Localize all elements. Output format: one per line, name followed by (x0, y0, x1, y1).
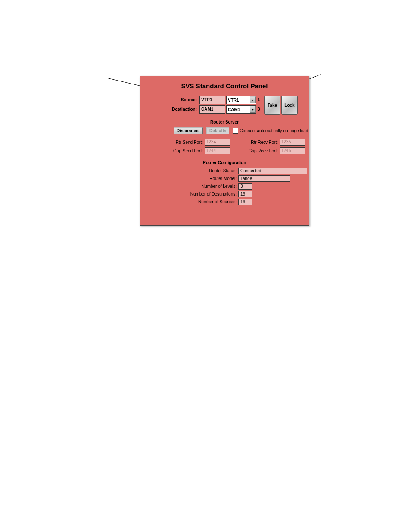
source-number: 1 (257, 96, 263, 104)
destination-number: 3 (257, 105, 263, 114)
destination-input[interactable]: CAM1 (199, 105, 225, 114)
control-panel: SVS Standard Control Panel Source: VTR1 … (140, 76, 309, 226)
grip-recv-label: Grip Recv Port: (248, 149, 280, 153)
router-config-heading: Router Configuration (140, 160, 309, 165)
panel-title: SVS Standard Control Panel (140, 82, 309, 90)
source-select[interactable]: VTR1 ▼ (226, 96, 256, 104)
rtr-send-input[interactable]: 1234 (205, 139, 230, 146)
chevron-down-icon[interactable]: ▼ (250, 106, 256, 113)
router-model-value: Tahoe (238, 175, 290, 182)
rtr-send-label: Rtr Send Port: (173, 140, 205, 145)
num-levels-label: Number of Levels: (182, 183, 238, 190)
router-status-value: Connected (238, 168, 307, 174)
source-label: Source: (169, 96, 199, 104)
num-levels-value: 3 (238, 183, 252, 190)
router-status-label: Router Status: (182, 168, 238, 174)
ports-grid: Rtr Send Port: 1234 Rtr Recv Port: 1235 … (173, 139, 309, 154)
router-model-label: Router Model: (182, 175, 238, 182)
source-dest-grid: Source: VTR1 VTR1 ▼ 1 Take Lock Destinat… (169, 96, 309, 114)
grip-send-label: Grip Send Port: (173, 149, 205, 153)
router-server-controls: Disconnect Defaults Connect automaticall… (174, 127, 309, 134)
rtr-recv-input[interactable]: 1235 (280, 139, 305, 146)
rtr-recv-label: Rtr Recv Port: (248, 140, 280, 145)
num-sources-label: Number of Sources: (182, 199, 238, 205)
num-destinations-label: Number of Destinations: (182, 191, 238, 198)
destination-select-value: CAM1 (227, 107, 250, 112)
source-select-value: VTR1 (227, 98, 250, 103)
router-config-grid: Router Status: Connected Router Model: T… (182, 168, 309, 205)
disconnect-button[interactable]: Disconnect (174, 127, 203, 134)
destination-label: Destination: (169, 105, 199, 114)
num-destinations-value: 16 (238, 191, 252, 197)
num-sources-value: 16 (238, 199, 252, 205)
destination-select[interactable]: CAM1 ▼ (226, 105, 256, 114)
lock-button[interactable]: Lock (281, 96, 298, 115)
grip-send-input[interactable]: 1244 (205, 147, 230, 154)
auto-connect-checkbox[interactable] (233, 128, 238, 134)
defaults-button[interactable]: Defaults (206, 127, 229, 134)
source-input[interactable]: VTR1 (199, 96, 225, 104)
auto-connect-label: Connect automatically on page load (240, 128, 308, 133)
take-button[interactable]: Take (264, 96, 280, 115)
chevron-down-icon[interactable]: ▼ (250, 96, 256, 103)
grip-recv-input[interactable]: 1245 (280, 147, 305, 154)
router-server-heading: Router Server (140, 120, 309, 124)
